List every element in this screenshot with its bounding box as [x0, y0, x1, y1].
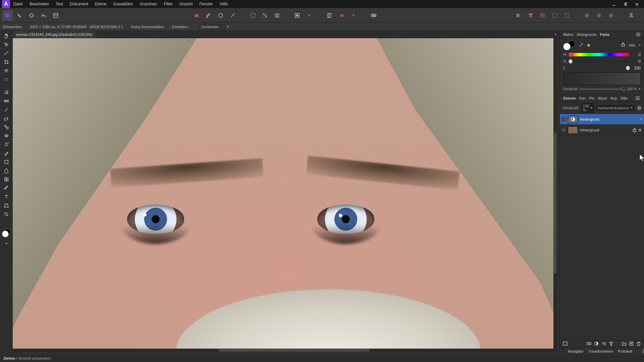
panel-color-swatches[interactable]: [563, 40, 575, 50]
lightness-slider[interactable]: [569, 66, 629, 70]
document-tab-close[interactable]: ×: [552, 32, 559, 37]
swap-colors-button[interactable]: [2, 240, 11, 247]
persona-develop-button[interactable]: [26, 10, 37, 21]
tab-kan[interactable]: Kan: [579, 96, 586, 100]
lasso-tool[interactable]: [2, 67, 11, 74]
fx-layer-button[interactable]: [601, 341, 606, 347]
menu-datei[interactable]: Datei: [10, 0, 26, 8]
menu-hilfe[interactable]: Hilfe: [216, 0, 231, 8]
autolevels-dropdown[interactable]: [348, 10, 359, 21]
layer-thumbnail[interactable]: [568, 116, 578, 123]
fill-tool[interactable]: [2, 88, 11, 96]
menu-anordnen[interactable]: Anordnen: [136, 0, 160, 8]
layer-thumbnail[interactable]: [568, 126, 578, 134]
selection-invert-button[interactable]: [260, 10, 270, 21]
layers-panel-menu[interactable]: [635, 95, 641, 101]
document-tab[interactable]: woman-1919143_640.jpg [Geändert] (100,0%…: [13, 31, 96, 38]
picker-tool[interactable]: [2, 184, 11, 192]
dodge-tool[interactable]: [2, 141, 11, 148]
menu-auswaehlen[interactable]: Auswählen: [110, 0, 136, 8]
text-tool[interactable]: [2, 193, 11, 200]
hue-slider[interactable]: [569, 53, 629, 56]
layer-visibility-checkbox[interactable]: [562, 128, 566, 132]
heal-tool[interactable]: [2, 132, 11, 139]
brush-sel-tool[interactable]: [2, 76, 11, 83]
color-mode-select[interactable]: HSL: [629, 43, 636, 47]
cloud-1-button[interactable]: [582, 10, 592, 21]
cloud-2-button[interactable]: [594, 10, 604, 21]
arrange-grid-button[interactable]: [537, 10, 548, 21]
gradient-tool[interactable]: [2, 97, 11, 105]
opacity-slider[interactable]: [579, 88, 625, 90]
gear-icon[interactable]: [636, 105, 642, 111]
tab-transformieren[interactable]: Transformieren: [588, 349, 613, 353]
color-wheel-button[interactable]: [215, 10, 226, 21]
crop-apply-button[interactable]: [324, 10, 335, 21]
quickmask-dropdown[interactable]: [304, 10, 315, 21]
autolevels-button[interactable]: [336, 10, 347, 21]
tab-navigator[interactable]: Navigator: [568, 349, 584, 353]
eyedrop-button[interactable]: [203, 10, 214, 21]
group-layers-button[interactable]: [621, 341, 627, 347]
arrange-more-button[interactable]: [549, 10, 560, 21]
window-close-button[interactable]: [631, 1, 642, 7]
arrange-vert-button[interactable]: [525, 10, 536, 21]
saturation-value[interactable]: 0: [631, 59, 641, 64]
layer-name[interactable]: Hintergrund: [580, 117, 638, 121]
color-preview-box[interactable]: [563, 72, 641, 85]
tab-farbe[interactable]: Farbe: [600, 33, 610, 37]
eyedropper-icon[interactable]: [578, 42, 584, 48]
lightness-value[interactable]: 100: [631, 66, 641, 70]
tab-pin[interactable]: Pin: [589, 96, 595, 100]
delete-layer-button[interactable]: [636, 341, 641, 347]
blur-tool[interactable]: [2, 167, 11, 174]
visible-icon[interactable]: [638, 128, 642, 132]
menu-fenster[interactable]: Fenster: [196, 0, 216, 8]
perspective-tool[interactable]: [2, 202, 11, 209]
adjustment-layer-button[interactable]: [594, 341, 599, 347]
clone-tool[interactable]: [2, 123, 11, 131]
tab-anp[interactable]: Anp: [610, 96, 617, 100]
vr-preview-button[interactable]: [368, 10, 379, 21]
tab-protokoll[interactable]: Protokoll: [618, 349, 632, 353]
mesh-tool[interactable]: [2, 176, 11, 183]
link-icon[interactable]: [586, 341, 592, 347]
live-filter-button[interactable]: [608, 341, 614, 347]
wand-button[interactable]: [227, 10, 238, 21]
layer-row[interactable]: Hintergrund: [560, 125, 644, 135]
node-tool[interactable]: [2, 50, 11, 57]
opacity-value[interactable]: 100 %: [627, 87, 637, 91]
tab-stile[interactable]: Stile: [621, 96, 628, 100]
move-tool[interactable]: [2, 41, 11, 48]
tab-histogramm[interactable]: Histogramm: [577, 33, 597, 37]
tab-ebenen[interactable]: Ebenen: [563, 96, 576, 100]
canvas[interactable]: [13, 38, 557, 352]
account-button[interactable]: [626, 10, 637, 21]
shape-tool[interactable]: [2, 158, 11, 166]
hand-tool[interactable]: [2, 32, 11, 40]
cloud-3-button[interactable]: [606, 10, 616, 21]
layer-name[interactable]: Hintergrund: [580, 128, 631, 132]
persona-photo-button[interactable]: [2, 10, 13, 21]
saturation-slider[interactable]: [569, 60, 629, 63]
vertical-scrollbar[interactable]: [553, 38, 557, 352]
selection-none-button[interactable]: [248, 10, 258, 21]
persona-liquify-button[interactable]: [14, 10, 25, 21]
menu-ebene[interactable]: Ebene: [92, 0, 110, 8]
units-select[interactable]: Zentimeter: [199, 24, 225, 29]
crop-tool[interactable]: [2, 58, 11, 66]
persona-tone-button[interactable]: [38, 10, 49, 21]
lock-icon[interactable]: [621, 42, 625, 48]
persona-export-button[interactable]: [50, 10, 61, 21]
zoom-tool[interactable]: [2, 210, 11, 218]
quickmask-button[interactable]: [292, 10, 303, 21]
menu-filter[interactable]: Filter: [160, 0, 176, 8]
tab-makro[interactable]: Makro: [563, 33, 574, 37]
layer-row[interactable]: Hintergrund: [560, 114, 644, 125]
eraser-tool[interactable]: [2, 115, 11, 122]
chevron-down-icon[interactable]: [640, 119, 642, 120]
bottom-panel-menu[interactable]: [642, 348, 644, 354]
window-minimize-button[interactable]: [608, 1, 619, 7]
brush-tool[interactable]: [2, 106, 11, 113]
menu-ansicht[interactable]: Ansicht: [176, 0, 196, 8]
